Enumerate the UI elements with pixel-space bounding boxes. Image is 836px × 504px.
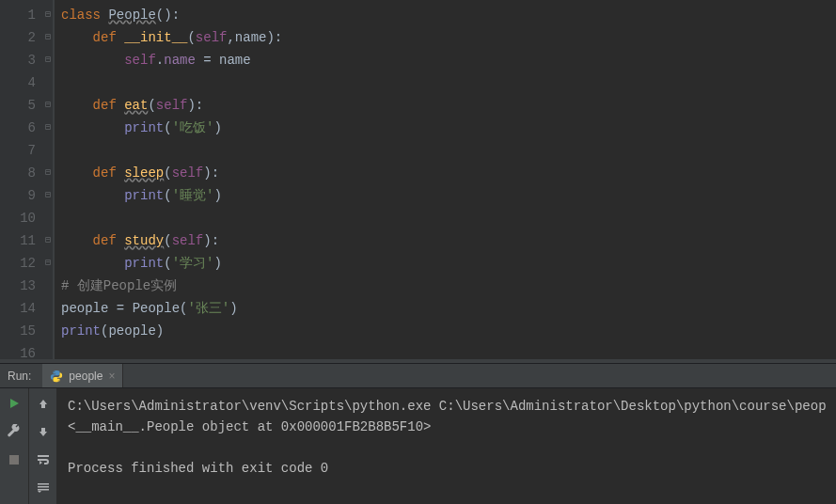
code-line: def __init__(self,name): [61, 26, 836, 49]
line-number: 16 [0, 342, 53, 359]
scroll-to-end-icon [37, 482, 50, 494]
line-number: 7 [0, 139, 53, 162]
run-tab[interactable]: people × [42, 364, 123, 387]
fold-icon[interactable]: ⊟ [45, 26, 51, 49]
play-icon [8, 397, 21, 410]
arrow-up-icon [38, 398, 49, 409]
run-header: Run: people × [0, 364, 836, 388]
line-number: 13 [0, 275, 53, 297]
code-line [61, 139, 836, 162]
fold-icon[interactable]: ⊟ [45, 49, 51, 71]
code-line: # 创建People实例 [61, 275, 836, 297]
code-line: print(people) [61, 320, 836, 342]
code-line: print('学习') [61, 252, 836, 275]
tab-close-icon[interactable]: × [108, 370, 115, 383]
indent-guide [54, 0, 55, 359]
code-line: def sleep(self): [61, 162, 836, 184]
line-number: 5⊟ [0, 94, 53, 117]
line-number: 8⊟ [0, 162, 53, 184]
fold-icon[interactable]: ⊟ [45, 4, 51, 26]
soft-wrap-button[interactable] [34, 450, 53, 469]
fold-icon[interactable]: ⊟ [45, 184, 51, 207]
console-line: <__main__.People object at 0x000001FB2B8… [68, 419, 431, 434]
code-line: def eat(self): [61, 94, 836, 117]
line-number: 14 [0, 297, 53, 320]
wrench-icon [7, 424, 22, 439]
line-number: 2⊟ [0, 26, 53, 49]
scroll-down-button[interactable] [34, 422, 53, 441]
settings-button[interactable] [5, 422, 24, 441]
line-number: 9⊟ [0, 184, 53, 207]
run-label: Run: [8, 370, 31, 383]
code-line: self.name = name [61, 49, 836, 71]
fold-icon[interactable]: ⊟ [45, 162, 51, 184]
run-toolbar-primary [0, 388, 28, 504]
code-line: people = People('张三') [61, 297, 836, 320]
stop-icon [8, 454, 20, 465]
rerun-button[interactable] [5, 394, 24, 413]
fold-icon[interactable]: ⊟ [45, 117, 51, 139]
code-line: class People(): [61, 4, 836, 26]
soft-wrap-icon [37, 454, 50, 465]
scroll-up-button[interactable] [34, 394, 53, 413]
editor-area: 1⊟ 2⊟ 3⊟ 4 5⊟ 6⊟ 7 8⊟ 9⊟ 10 11⊟ 12⊟ 13 1… [0, 0, 836, 359]
arrow-down-icon [38, 426, 49, 437]
line-number: 4 [0, 71, 53, 94]
run-body: C:\Users\Administrator\venv\Scripts\pyth… [0, 388, 836, 504]
code-line [61, 71, 836, 94]
line-number: 15 [0, 320, 53, 342]
gutter: 1⊟ 2⊟ 3⊟ 4 5⊟ 6⊟ 7 8⊟ 9⊟ 10 11⊟ 12⊟ 13 1… [0, 0, 53, 359]
line-number: 1⊟ [0, 4, 53, 26]
code-line [61, 207, 836, 229]
line-number: 6⊟ [0, 117, 53, 139]
python-icon [50, 370, 63, 383]
code-editor[interactable]: class People(): def __init__(self,name):… [53, 0, 836, 359]
console-output[interactable]: C:\Users\Administrator\venv\Scripts\pyth… [56, 388, 836, 504]
fold-icon[interactable]: ⊟ [45, 229, 51, 252]
svg-rect-0 [9, 455, 19, 465]
code-line: def study(self): [61, 229, 836, 252]
tab-name: people [69, 370, 103, 383]
code-line: print('睡觉') [61, 184, 836, 207]
fold-icon[interactable]: ⊟ [45, 94, 51, 117]
run-toolbar-secondary [28, 388, 56, 504]
fold-icon[interactable]: ⊟ [45, 252, 51, 275]
console-line: C:\Users\Administrator\venv\Scripts\pyth… [68, 399, 827, 414]
line-number: 11⊟ [0, 229, 53, 252]
stop-button[interactable] [5, 450, 24, 469]
console-line: Process finished with exit code 0 [68, 461, 328, 476]
run-tool-window: Run: people × [0, 363, 836, 504]
code-line [61, 342, 836, 359]
line-number: 12⊟ [0, 252, 53, 275]
scroll-to-end-button[interactable] [34, 479, 53, 497]
line-number: 3⊟ [0, 49, 53, 71]
line-number: 10 [0, 207, 53, 229]
code-line: print('吃饭') [61, 117, 836, 139]
